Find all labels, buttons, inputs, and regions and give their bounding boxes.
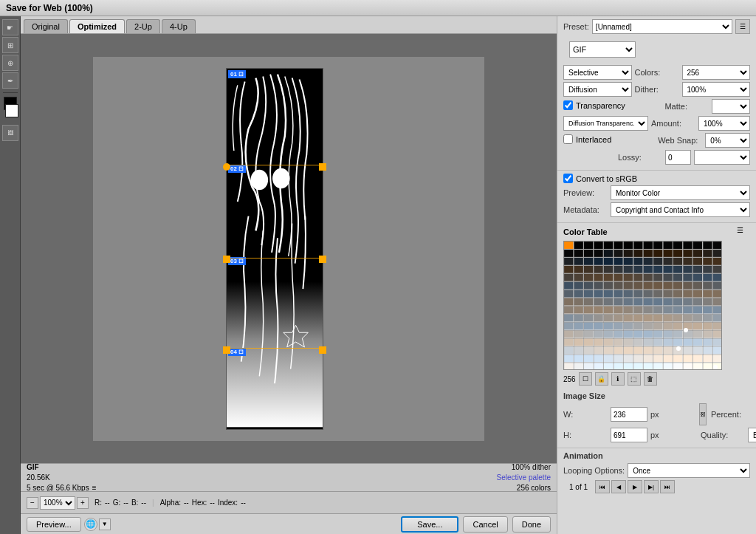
eyedropper-tool[interactable]: ✒ — [2, 72, 18, 89]
format-select[interactable]: GIF JPEG PNG-8 PNG-24 — [569, 41, 636, 58]
w-unit: px — [650, 410, 695, 419]
background-color-swatch[interactable] — [5, 104, 18, 117]
slice-line-2 — [227, 258, 323, 259]
canvas-right-pad — [323, 57, 484, 441]
srgb-row: Convert to sRGB — [563, 174, 750, 183]
image-size-section: Image Size W: px ⛓ Percent: % H: px Qual… — [557, 388, 756, 448]
preview-button[interactable]: Preview... — [27, 517, 81, 532]
lossy-input[interactable] — [665, 150, 691, 165]
alpha-value: -- — [184, 499, 189, 507]
slice-line-1 — [227, 165, 323, 165]
interlaced-checkbox-row: Interlaced — [563, 134, 611, 144]
interlaced-row: Interlaced Web Snap: 0% — [563, 133, 750, 148]
height-input[interactable] — [611, 428, 647, 442]
preset-options-button[interactable]: ☰ — [735, 19, 750, 34]
toolbar-divider — [3, 92, 18, 93]
preview-select[interactable]: Monitor Color — [611, 185, 750, 200]
websnap-select[interactable]: 0% — [705, 133, 750, 148]
anim-play-button[interactable]: ▶ — [628, 480, 642, 493]
transparency-label: Transparency — [576, 101, 625, 110]
lossy-row: Lossy: — [563, 150, 750, 165]
anchor-left-2 — [223, 256, 230, 263]
preset-select[interactable]: [Unnamed] — [592, 19, 732, 34]
zoom-select[interactable]: 100% 50% 200% — [40, 496, 75, 510]
metadata-row: Metadata: Copyright and Contact Info — [563, 202, 750, 217]
color-table-canvas — [564, 242, 722, 370]
alpha-label: Alpha: — [160, 499, 181, 507]
dither-select[interactable]: Diffusion Pattern Noise No Dither — [563, 82, 632, 97]
interlaced-checkbox[interactable] — [563, 134, 573, 144]
metadata-label: Metadata: — [563, 205, 608, 214]
srgb-section: Convert to sRGB Preview: Monitor Color M… — [557, 171, 756, 223]
slice-line-3 — [227, 348, 323, 349]
color-reduction-select[interactable]: Selective Adaptive Perceptual — [563, 65, 632, 80]
r-label: R: — [94, 499, 102, 507]
preview-toggle[interactable]: 🖼 — [2, 125, 18, 141]
preview-row: Preview: Monitor Color — [563, 185, 750, 200]
status-right: 100% dither Selective palette 256 colors — [497, 462, 551, 493]
looping-select[interactable]: Once Forever Other... — [628, 463, 750, 478]
canvas-left-pad — [93, 57, 226, 441]
anchor-right-2 — [319, 256, 326, 263]
diffusion-trans-select[interactable]: Diffusion Transparenc... — [563, 116, 648, 131]
cancel-button[interactable]: Cancel — [463, 516, 507, 533]
image-size-title: Image Size — [563, 391, 750, 400]
status-palette: Selective palette — [497, 473, 551, 483]
index-value: -- — [241, 499, 246, 507]
title-text: Save for Web (100%) — [6, 3, 93, 13]
color-table-footer: 256 ☐ 🔒 ℹ ⬚ 🗑 — [563, 372, 750, 386]
browser-icon-1[interactable]: 🌐 — [84, 518, 97, 531]
action-buttons-bar: Preview... 🌐 ▼ Save... Cancel Done — [21, 513, 557, 534]
svg-point-2 — [251, 169, 269, 190]
amount-label: Amount: — [651, 119, 695, 128]
preset-row: Preset: [Unnamed] ☰ — [557, 16, 756, 37]
zoom-tool[interactable]: ⊕ — [2, 55, 18, 71]
status-dither: 100% dither — [497, 462, 551, 473]
srgb-checkbox[interactable] — [563, 174, 573, 183]
quality-select[interactable]: Bicubic Bilinear Nearest — [748, 428, 756, 442]
h-unit: px — [650, 431, 695, 439]
zoom-out-button[interactable]: − — [27, 497, 38, 509]
anim-first-button[interactable]: ⏮ — [595, 480, 610, 493]
zoom-in-button[interactable]: + — [77, 497, 89, 509]
colors-select[interactable]: 256 128 64 — [682, 65, 751, 80]
slice-tool[interactable]: ⊞ — [2, 37, 18, 53]
index-label: Index: — [218, 499, 238, 507]
ct-btn-info[interactable]: ℹ — [611, 372, 625, 386]
ct-btn-delete[interactable]: 🗑 — [644, 372, 657, 386]
anim-last-button[interactable]: ⏭ — [660, 480, 675, 493]
interlaced-label: Interlaced — [576, 135, 611, 144]
anim-next-button[interactable]: ▶| — [644, 480, 659, 493]
anim-controls: 1 of 1 ⏮ ◀ ▶ ▶| ⏭ — [563, 480, 750, 493]
transparency-checkbox[interactable] — [563, 100, 573, 110]
quality-label: Quality: — [701, 431, 745, 439]
bottom-color-bar: − 100% 50% 200% + R: -- G: -- B: -- | Al… — [21, 491, 557, 513]
color-table-options[interactable]: ☰ — [737, 226, 750, 238]
image-panel: 01 ⊡ 02 ⊡ 03 ⊡ 04 ⊡ — [226, 68, 323, 430]
link-icon[interactable]: ⛓ — [699, 403, 707, 425]
canvas-bg: 01 ⊡ 02 ⊡ 03 ⊡ 04 ⊡ — [93, 57, 484, 441]
browser-dropdown[interactable]: ▼ — [99, 518, 111, 530]
matte-select[interactable] — [712, 99, 750, 114]
width-input[interactable] — [611, 407, 647, 422]
done-button[interactable]: Done — [512, 516, 551, 533]
save-button[interactable]: Save... — [401, 516, 458, 533]
tab-optimized[interactable]: Optimized — [69, 19, 125, 33]
ct-btn-new[interactable]: ☐ — [579, 372, 592, 386]
tab-4up[interactable]: 4-Up — [162, 19, 196, 33]
ct-btn-select[interactable]: ⬚ — [628, 372, 641, 386]
tab-original[interactable]: Original — [24, 19, 68, 33]
image-art-svg — [227, 69, 323, 429]
matte-label: Matte: — [664, 102, 709, 111]
dither-amount-select[interactable]: 100% 75% 50% — [682, 82, 751, 97]
width-row: W: px ⛓ Percent: % — [563, 403, 750, 425]
metadata-select[interactable]: Copyright and Contact Info — [611, 202, 750, 217]
ct-btn-lock[interactable]: 🔒 — [595, 372, 608, 386]
title-bar: Save for Web (100%) — [0, 0, 756, 16]
hand-tool[interactable]: ☛ — [2, 19, 18, 35]
amount-select[interactable]: 100% — [698, 116, 750, 131]
lossy-select[interactable] — [694, 150, 750, 165]
anim-prev-button[interactable]: ◀ — [611, 480, 626, 493]
color-readout: R: -- G: -- B: -- | Alpha: -- Hex: -- In… — [94, 499, 551, 507]
tab-2up[interactable]: 2-Up — [126, 19, 160, 33]
